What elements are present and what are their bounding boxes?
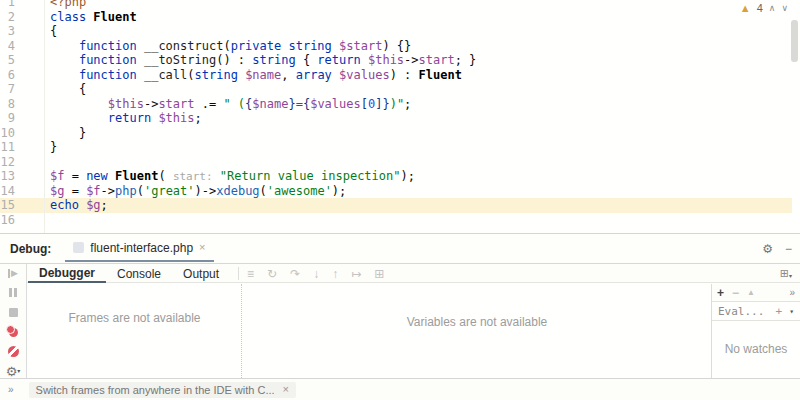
code-line: function __toString() : string { return … (50, 53, 476, 68)
hidden-tabs-expander-icon[interactable]: » (8, 384, 14, 395)
code-editor[interactable]: 12345678910111213141516 <?phpclass Fluen… (0, 0, 800, 234)
code-line (50, 213, 476, 228)
watches-empty-text: No watches (725, 342, 788, 378)
restore-layout-icon[interactable]: ⊞▾ (780, 267, 792, 280)
code-line: <?php (50, 0, 476, 10)
gutter-separator (44, 0, 45, 234)
move-watch-up-icon[interactable]: ▲ (747, 288, 755, 297)
variables-placeholder: Variables are not available (407, 315, 548, 329)
php-file-icon (73, 242, 84, 253)
line-number: 10 (0, 126, 15, 141)
code-line (50, 155, 476, 170)
tab-console[interactable]: Console (106, 264, 172, 283)
code-line: echo $g; (50, 198, 476, 213)
debugger-settings-gear-icon[interactable]: ⚙▾ (6, 365, 20, 378)
step-out-icon[interactable]: ↑ (332, 268, 338, 280)
frames-panel[interactable]: Frames are not available (28, 284, 242, 378)
close-session-icon[interactable]: × (199, 242, 205, 253)
view-breakpoints-button[interactable] (6, 326, 20, 339)
status-hint-close-icon[interactable]: × (283, 384, 289, 395)
evaluate-expression-icon[interactable]: ⊞ (374, 268, 384, 280)
mute-breakpoints-button[interactable] (6, 345, 20, 358)
step-into-icon[interactable]: ↓ (313, 268, 319, 280)
resume-button[interactable]: ▶ (6, 267, 20, 280)
add-watch-icon[interactable]: + (717, 286, 724, 300)
tab-output[interactable]: Output (172, 264, 230, 283)
watches-list[interactable]: No watches (712, 321, 800, 378)
editor-gutter: 12345678910111213141516 (0, 0, 15, 227)
evaluate-input-label: Eval... (718, 305, 764, 318)
code-line: } (50, 126, 476, 141)
code-line: function __construct(private string $sta… (50, 39, 476, 54)
next-problem-icon[interactable]: ∨ (781, 4, 788, 13)
line-number: 14 (0, 184, 15, 199)
toolwindow-settings-gear-icon[interactable]: ⚙ (762, 242, 773, 256)
debug-toolwindow-header: Debug: fluent-interface.php × ⚙ − (0, 235, 800, 262)
warning-count: 4 (757, 2, 763, 14)
code-line: class Fluent (50, 10, 476, 25)
code-line: { (50, 24, 476, 39)
line-number: 5 (0, 53, 15, 68)
frames-placeholder: Frames are not available (68, 311, 200, 325)
watches-panel: + − ▲ » Eval... + ▾ No watches (711, 284, 800, 378)
toolwindow-hide-icon[interactable]: − (785, 242, 792, 256)
code-line: return $this; (50, 111, 476, 126)
tab-debugger[interactable]: Debugger (28, 264, 106, 283)
code-line: function __call(string $name, array $val… (50, 68, 476, 83)
line-number: 7 (0, 82, 15, 97)
debug-tabs-row: Debugger Console Output ≡ ↻ ↷ ↓ ↑ ↦ ⊞ ⊞▾ (0, 263, 800, 283)
remove-watch-icon[interactable]: − (732, 286, 739, 300)
debug-toolwindow-title: Debug: (10, 242, 51, 256)
line-number: 15 (0, 198, 15, 213)
add-to-watches-icon[interactable]: + (776, 305, 783, 318)
line-number: 2 (0, 10, 15, 25)
run-to-cursor-icon[interactable]: ↦ (351, 268, 361, 280)
status-hint-text: Switch frames from anywhere in the IDE w… (36, 384, 275, 396)
layout-options-icon[interactable]: ≡ (247, 268, 254, 280)
editor-code[interactable]: <?phpclass Fluent{ function __construct(… (50, 0, 476, 227)
line-number: 11 (0, 140, 15, 155)
status-hint-banner: Switch frames from anywhere in the IDE w… (29, 382, 296, 398)
code-line: } (50, 140, 476, 155)
code-line: $this->start .= " ({$name}={$values[0]})… (50, 97, 476, 112)
watches-toolbar: + − ▲ » (712, 284, 800, 302)
debug-status-bar: » Switch frames from anywhere in the IDE… (0, 378, 800, 400)
line-number: 3 (0, 24, 15, 39)
evaluate-dropdown-icon[interactable]: ▾ (789, 307, 794, 316)
evaluate-input[interactable]: Eval... + ▾ (712, 302, 800, 321)
pause-button[interactable] (6, 287, 20, 300)
ide-window: 12345678910111213141516 <?phpclass Fluen… (0, 0, 800, 400)
line-number: 4 (0, 39, 15, 54)
debug-session-tab-label: fluent-interface.php (90, 241, 193, 255)
line-number: 13 (0, 169, 15, 184)
more-actions-icon[interactable]: » (789, 287, 795, 298)
line-number: 1 (0, 0, 15, 10)
toolbar-separator (238, 267, 239, 280)
debug-session-tab[interactable]: fluent-interface.php × (65, 235, 213, 262)
prev-problem-icon[interactable]: ∧ (769, 4, 776, 13)
variables-panel[interactable]: Variables are not available (243, 284, 711, 378)
stop-button[interactable] (6, 306, 20, 319)
code-line: $g = $f->php('great')->xdebug('awesome')… (50, 184, 476, 199)
inspections-widget[interactable]: ▲ 4 ∧ ∨ (740, 2, 788, 14)
line-number: 9 (0, 111, 15, 126)
warning-icon: ▲ (740, 3, 751, 14)
code-line: { (50, 82, 476, 97)
line-number: 8 (0, 97, 15, 112)
line-number: 12 (0, 155, 15, 170)
editor-scrollbar[interactable] (791, 20, 798, 62)
show-execution-point-icon[interactable]: ↻ (267, 268, 277, 280)
step-over-icon[interactable]: ↷ (290, 268, 300, 280)
debugger-side-toolbar: ▶ ⚙▾ (0, 264, 27, 378)
line-number: 16 (0, 213, 15, 228)
line-number: 6 (0, 68, 15, 83)
code-line: $f = new Fluent( start: "Return value in… (50, 169, 476, 184)
